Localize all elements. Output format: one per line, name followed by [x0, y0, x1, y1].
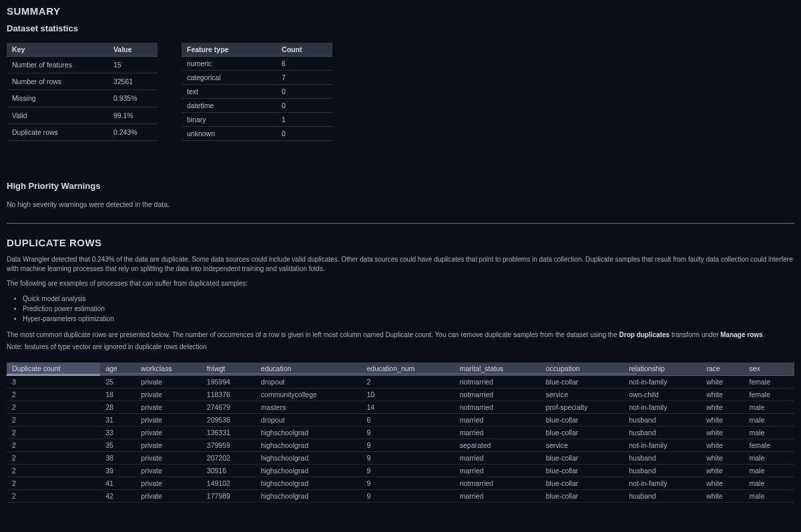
summary-tables-row: KeyValue Number of features15Number of r… — [7, 43, 794, 141]
dup-cell: male — [744, 477, 794, 490]
dup-cell: 42 — [100, 490, 136, 503]
table-row[interactable]: 242private177989highschoolgrad9marriedbl… — [7, 490, 794, 503]
dup-cell: private — [136, 388, 201, 401]
dup-cell: white — [701, 452, 744, 465]
duplicate-table-container[interactable]: Duplicate countageworkclassfnlwgteducati… — [7, 362, 794, 503]
dup-column-header[interactable]: marital_status — [455, 362, 541, 375]
types-cell: text — [182, 85, 276, 99]
dup-column-header[interactable]: age — [100, 362, 136, 375]
dup-cell: 35 — [100, 439, 136, 452]
dup-column-header[interactable]: education — [256, 362, 362, 375]
dataset-statistics-heading: Dataset statistics — [7, 23, 794, 33]
dup-cell: highschoolgrad — [256, 439, 362, 452]
dup-cell: not-in-family — [623, 401, 701, 414]
table-row[interactable]: 325private195994dropout2notmarriedblue-c… — [7, 375, 794, 388]
stats-cell: 32561 — [108, 73, 158, 90]
table-row[interactable]: 228private274679masters14notmarriedprof-… — [7, 401, 794, 414]
list-item: Prediction power estimation — [23, 304, 794, 314]
stats-header-cell: Key — [7, 43, 108, 57]
dup-cell: 28 — [100, 401, 136, 414]
dup-cell: 274679 — [202, 401, 256, 414]
dup-column-header[interactable]: workclass — [136, 362, 201, 375]
dup-column-header[interactable]: occupation — [541, 362, 623, 375]
table-row[interactable]: 239private30916highschoolgrad9marriedblu… — [7, 465, 794, 477]
feature-types-table: Feature typeCount numeric6categorical7te… — [182, 43, 332, 141]
dup-cell: 18 — [100, 388, 136, 401]
dup-cell: private — [136, 414, 201, 427]
dup-cell: dropout — [256, 414, 362, 427]
types-cell: 0 — [276, 99, 332, 113]
table-row: Number of rows32561 — [7, 73, 158, 90]
dup-cell: husband — [623, 427, 701, 439]
dup-cell: 30916 — [202, 465, 256, 477]
summary-title: SUMMARY — [7, 5, 794, 17]
duplicate-intro: Data Wrangler detected that 0.243% of th… — [7, 255, 794, 274]
dup-cell: married — [455, 465, 541, 477]
dup-cell: notmarried — [455, 401, 541, 414]
dup-cell: 9 — [361, 465, 454, 477]
duplicate-note-2: Note: features of type vector are ignore… — [7, 342, 794, 352]
types-header-cell: Feature type — [182, 43, 276, 57]
dup-cell: female — [744, 375, 794, 388]
dup-cell: 38 — [100, 452, 136, 465]
dup-cell: white — [701, 388, 744, 401]
dup-cell: blue-collar — [541, 452, 623, 465]
table-row[interactable]: 238private207202highschoolgrad9marriedbl… — [7, 452, 794, 465]
warnings-message: No high severity warnings were detected … — [7, 200, 794, 208]
dup-cell: blue-collar — [541, 465, 623, 477]
table-row: text0 — [182, 85, 332, 99]
dup-cell: private — [136, 439, 201, 452]
dup-cell: private — [136, 452, 201, 465]
dup-cell: 31 — [100, 414, 136, 427]
dup-cell: 2 — [7, 465, 100, 477]
types-header-cell: Count — [276, 43, 332, 57]
dup-cell: highschoolgrad — [256, 427, 362, 439]
dup-cell: 39 — [100, 465, 136, 477]
dup-cell: not-in-family — [623, 375, 701, 388]
warnings-title: High Priority Warnings — [7, 181, 794, 191]
table-row[interactable]: 233private136331highschoolgrad9marriedbl… — [7, 427, 794, 439]
dup-cell: 25 — [100, 375, 136, 388]
table-row[interactable]: 231private209538dropout6marriedblue-coll… — [7, 414, 794, 427]
dup-column-header[interactable]: fnlwgt — [202, 362, 256, 375]
stats-header-cell: Value — [108, 43, 158, 57]
section-divider — [7, 223, 794, 224]
dup-cell: highschoolgrad — [256, 452, 362, 465]
dup-cell: husband — [623, 452, 701, 465]
table-row: Duplicate rows0.243% — [7, 123, 158, 140]
dup-cell: male — [744, 465, 794, 477]
table-row[interactable]: 235private379959highschoolgrad9separated… — [7, 439, 794, 452]
stats-cell: Duplicate rows — [7, 123, 108, 140]
types-cell: datetime — [182, 99, 276, 113]
dup-cell: highschoolgrad — [256, 465, 362, 477]
dup-cell: husband — [623, 414, 701, 427]
dup-cell: male — [744, 490, 794, 503]
dup-cell: communitycollege — [256, 388, 362, 401]
dup-column-header[interactable]: race — [701, 362, 744, 375]
duplicate-rows-table: Duplicate countageworkclassfnlwgteducati… — [7, 362, 794, 503]
dup-column-header[interactable]: relationship — [623, 362, 701, 375]
dup-cell: blue-collar — [541, 490, 623, 503]
dup-cell: 2 — [7, 388, 100, 401]
stats-cell: Missing — [7, 90, 108, 107]
list-item: Hyper-parameters optimization — [23, 314, 794, 324]
types-cell: 0 — [276, 85, 332, 99]
table-row[interactable]: 241private149102highschoolgrad9notmarrie… — [7, 477, 794, 490]
dup-column-header[interactable]: Duplicate count — [7, 362, 100, 375]
dup-column-header[interactable]: education_num — [361, 362, 454, 375]
dup-cell: 9 — [361, 490, 454, 503]
dup-cell: white — [701, 439, 744, 452]
dup-cell: husband — [623, 465, 701, 477]
table-row[interactable]: 218private118376communitycollege10notmar… — [7, 388, 794, 401]
dup-cell: highschoolgrad — [256, 490, 362, 503]
warnings-section: High Priority Warnings No high severity … — [7, 181, 794, 208]
dup-column-header[interactable]: sex — [744, 362, 794, 375]
dup-cell: female — [744, 439, 794, 452]
table-row: numeric6 — [182, 57, 332, 71]
dup-cell: notmarried — [455, 388, 541, 401]
dup-cell: 149102 — [202, 477, 256, 490]
table-row: Number of features15 — [7, 57, 158, 73]
dup-cell: husband — [623, 490, 701, 503]
dup-cell: 10 — [361, 388, 454, 401]
dup-cell: 2 — [361, 375, 454, 388]
